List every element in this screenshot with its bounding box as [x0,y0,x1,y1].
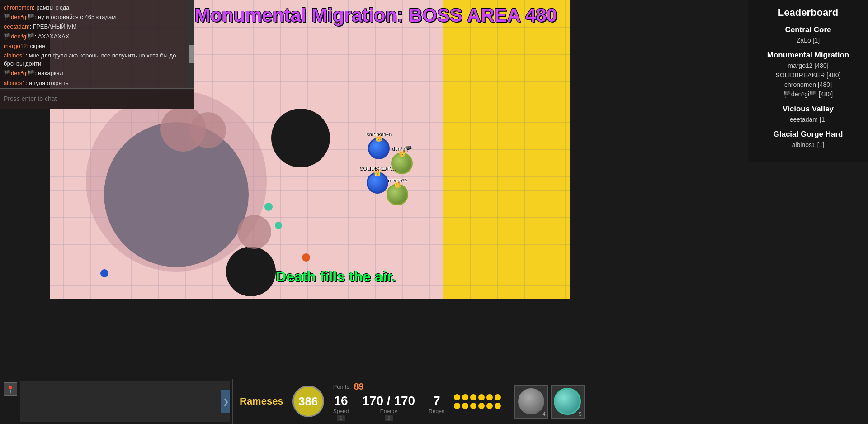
lb-entry-2-1: margo12 [480] [753,61,863,71]
lb-entry-4-1: albinos1 [1] [753,140,863,150]
medium-black-circle-1 [226,247,276,296]
small-teal-circle-2 [275,222,282,229]
minimap: 📍 ❯ [0,379,233,424]
skill-slot-4-img [518,388,544,414]
lb-section-name-2: Monumental Migration [753,51,863,60]
small-teal-circle-1 [264,203,273,211]
chat-scrollbar[interactable] [189,0,194,88]
chat-msg-6: albinos1: мне для фулл ака короны все по… [4,52,191,68]
chat-username-7: 🏴den⁴gi🏴 [4,70,35,76]
small-blue-circle [100,269,108,277]
chat-msg-1: chronomen: рамзы сюда [4,4,191,12]
medium-pink-circle-2 [190,112,226,148]
death-text: Death fills the air. [276,268,396,285]
yellow-zone [443,0,570,299]
game-title: Monumental Migration: BOSS AREA 480 [194,5,557,26]
energy-stat: 170 / 170 Energy 2 [362,394,415,421]
player-solidbreaker-avatar: 👑 [367,172,388,194]
minimap-arrow[interactable]: ❯ [221,390,230,413]
player-chronomen: chronomen 👑 [366,131,391,159]
star-2-6 [495,403,501,409]
speed-label: Speed [333,408,349,414]
chat-messages: chronomen: рамзы сюда 🏴den⁴gi🏴: ну и ост… [0,0,194,88]
skills-area [454,394,501,409]
skill-slot-4[interactable]: 4 [514,385,548,419]
leaderboard-panel: Leaderboard Central Core ZaLo [1] Monume… [748,0,868,162]
chat-msg-2: 🏴den⁴gi🏴: ну и остовайся с 465 єтадам [4,13,191,21]
skill-slot-4-number: 4 [542,411,545,417]
skill-slot-5-number: 5 [579,411,581,417]
chat-username-1: chronomen [4,4,33,11]
chat-username-2: 🏴den⁴gi🏴 [4,14,35,20]
speed-rank: 1 [337,415,345,421]
skill-slot-5-img [554,388,581,415]
points-value: 89 [354,381,363,392]
lb-section-name-1: Central Core [753,25,863,34]
energy-rank: 2 [385,415,393,421]
chat-msg-3: eeetadam: ГРЕБАНЫЙ ММ [4,23,191,31]
chat-msg-8: albinos1: и гуля открыть [4,79,191,87]
minimap-pin-icon[interactable]: 📍 [4,382,17,396]
chat-panel: chronomen: рамзы сюда 🏴den⁴gi🏴: ну и ост… [0,0,194,109]
lb-section-glacial: Glacial Gorge Hard albinos1 [1] [753,130,863,150]
lb-section-name-4: Glacial Gorge Hard [753,130,863,139]
chat-username-5: margo12 [4,43,27,49]
player-margo12: margo12 👑 [387,177,408,205]
lb-entry-2-3: chronomen [480] [753,80,863,90]
lb-section-monumental: Monumental Migration margo12 [480] SOLID… [753,51,863,99]
lb-section-central-core: Central Core ZaLo [1] [753,25,863,45]
lb-entry-3-1: eeetadam [1] [753,115,863,124]
lb-section-name-3: Vicious Valley [753,105,863,114]
star-1-6 [495,394,501,400]
chat-input-container [0,88,194,109]
star-2-4 [478,403,485,409]
star-2-5 [486,403,493,409]
regen-value: 7 [433,394,440,408]
chat-username-8: albinos1 [4,80,25,86]
chat-username-4: 🏴den⁴gi🏴 [4,33,35,40]
points-label: Points: [333,383,351,390]
star-2-1 [454,403,460,409]
small-orange-circle [302,253,310,262]
large-black-circle-1 [271,109,330,167]
stats-grid: 16 Speed 1 170 / 170 Energy 2 7 Regen [333,394,445,421]
chat-scrollbar-thumb[interactable] [189,45,194,63]
chat-input[interactable] [4,95,191,102]
lb-entry-2-2: SOLIDBREAKER [480] [753,71,863,80]
star-1-5 [486,394,493,400]
star-2-3 [470,403,476,409]
bottom-hud: 📍 ❯ Rameses 386 Points: 89 16 Speed 1 [0,379,868,424]
chat-username-3: eeetadam [4,23,30,30]
stars-row-2 [454,403,501,409]
star-2-2 [462,403,468,409]
chat-msg-4: 🏴den⁴gi🏴: АХАХАХАХ [4,33,191,41]
player-name: Rameses [240,395,283,407]
star-1-4 [478,394,485,400]
star-1-2 [462,394,468,400]
player-stats-panel: Rameses 386 Points: 89 16 Speed 1 170 / … [233,379,868,424]
speed-value: 16 [334,394,348,408]
player-margo12-avatar: 👑 [387,184,408,205]
speed-stat: 16 Speed 1 [333,394,349,421]
chat-username-6: albinos1 [4,52,25,59]
star-1-1 [454,394,460,400]
energy-value: 170 / 170 [362,394,415,408]
star-1-3 [470,394,476,400]
energy-label: Energy [380,408,397,414]
stars-row-1 [454,394,501,400]
leaderboard-title: Leaderboard [753,7,863,19]
skill-slots: 4 5 [514,385,585,419]
lb-section-vicious: Vicious Valley eeetadam [1] [753,105,863,124]
points-row: Points: 89 [333,381,445,392]
stats-container: Points: 89 16 Speed 1 170 / 170 Energy 2… [333,381,445,421]
chat-msg-7: 🏴den⁴gi🏴: накаркал [4,69,191,77]
chat-msg-5: margo12: скрин [4,42,191,50]
lb-entry-1-1: ZaLo [1] [753,36,863,45]
player-chronomen-avatar: 👑 [368,138,390,159]
regen-stat: 7 Regen [429,394,444,421]
regen-label: Regen [429,408,444,414]
skill-slot-5[interactable]: 5 [551,385,585,419]
player-level-circle: 386 [292,386,324,417]
medium-pink-circle-3 [237,215,271,249]
pin-icon: 📍 [6,385,15,394]
